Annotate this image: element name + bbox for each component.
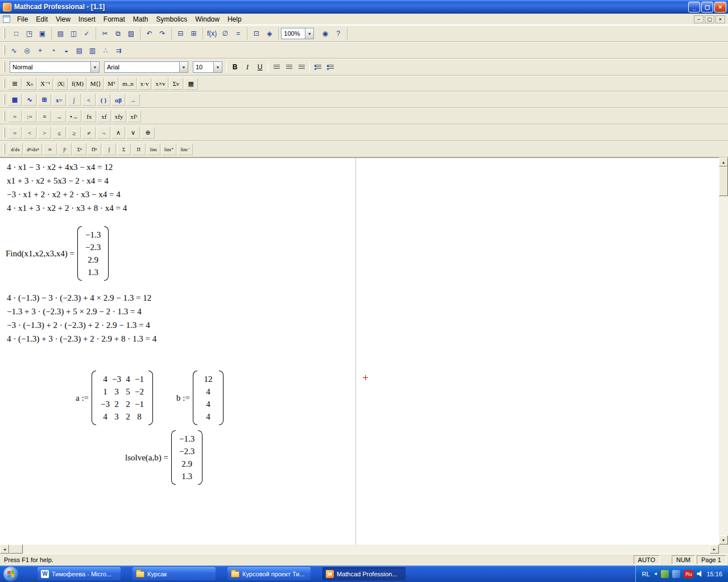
align-left-button[interactable]	[270, 61, 283, 73]
equation-region[interactable]: −1.3 + 3 · (−2.3) + 5 × 2.9 − 2 · 1.3 = …	[7, 305, 156, 318]
fx-button[interactable]: fx	[82, 110, 96, 122]
cross-product-button[interactable]: x×v	[152, 78, 168, 90]
polar-plot-button[interactable]: ◔	[47, 44, 60, 57]
dot-product-button[interactable]: x·v	[138, 78, 152, 90]
volume-icon[interactable]	[697, 571, 703, 577]
global-assign-button[interactable]: ≡	[38, 110, 51, 122]
equation-region[interactable]: 4 · (−1.3) + 3 · (−2.3) + 2 · 2.9 + 8 · …	[7, 332, 156, 346]
equation-region[interactable]: x1 + 3 · x2 + 5x3 − 2 · x4 = 4	[7, 174, 127, 188]
symbolic-toolbar-button[interactable]: →	[126, 94, 140, 106]
font-combobox[interactable]: Arial ▼	[104, 61, 188, 73]
limit-left-button[interactable]: lim⁻	[177, 143, 193, 155]
inverse-button[interactable]: X⁻¹	[38, 78, 53, 90]
3d-scatter-plot-button[interactable]: ∴	[99, 44, 112, 57]
separate-regions-button[interactable]: ⊞	[187, 27, 200, 40]
toolbar-grip[interactable]	[3, 62, 5, 72]
toolbar-grip[interactable]	[3, 28, 5, 39]
zoom-combobox[interactable]: 100% ▼	[281, 28, 314, 39]
bool-equals-button[interactable]: =	[8, 127, 22, 139]
mdi-minimize-button[interactable]: ‒	[694, 15, 704, 23]
evaluation-toolbar-button[interactable]: x=	[52, 94, 66, 106]
matrix-column-button[interactable]: M⟨⟩	[88, 78, 104, 90]
calculus-toolbar-button[interactable]: ∫	[67, 94, 81, 106]
menu-item[interactable]: Symbolics	[152, 14, 192, 24]
limit-right-button[interactable]: lim⁺	[162, 143, 177, 155]
close-button[interactable]: ×	[714, 2, 726, 13]
font-size-combobox[interactable]: 10 ▼	[193, 61, 222, 73]
toolbar-grip[interactable]	[3, 144, 5, 155]
bullet-list-button[interactable]	[312, 61, 324, 73]
horizontal-scrollbar[interactable]: ◄ ►	[0, 544, 719, 554]
xfy-button[interactable]: xfy	[112, 110, 126, 122]
style-combobox[interactable]: Normal ▼	[10, 61, 100, 73]
italic-button[interactable]: I	[241, 61, 254, 73]
scroll-left-button[interactable]: ◄	[0, 544, 9, 554]
iterated-product-button[interactable]: Πⁿ	[88, 143, 101, 155]
vectorize-button[interactable]: f(M)	[69, 78, 86, 90]
xy-plot-button[interactable]: ∿	[7, 44, 20, 57]
numbered-list-button[interactable]	[324, 61, 337, 73]
chevron-down-icon[interactable]: ▼	[213, 62, 222, 72]
vector-sum-button[interactable]: Σv	[169, 78, 183, 90]
cut-button[interactable]: ✂	[98, 27, 111, 40]
bold-button[interactable]: B	[229, 61, 241, 73]
chevron-down-icon[interactable]: ▼	[179, 62, 188, 72]
redo-button[interactable]: ↷	[156, 27, 169, 40]
print-button[interactable]: ▤	[54, 27, 67, 40]
trace-plot-button[interactable]: +	[34, 44, 47, 57]
vertical-scrollbar-thumb[interactable]	[719, 167, 728, 196]
assign-button[interactable]: :=	[23, 110, 36, 122]
matrix-toolbar-button[interactable]: ⊞	[38, 94, 51, 106]
matrix-a-region[interactable]: a := 4−34−1 135−2 −322−1	[76, 371, 153, 425]
equation-region[interactable]: 4 · (−1.3) − 3 · (−2.3) + 4 × 2.9 − 1.3 …	[7, 291, 156, 305]
evaluate-numerically-button[interactable]: =	[8, 110, 22, 122]
scroll-down-button[interactable]: ▼	[719, 535, 728, 544]
save-button[interactable]: ▣	[36, 27, 49, 40]
subscript-button[interactable]: Xₙ	[23, 78, 36, 90]
greater-equal-button[interactable]: ≥	[67, 127, 81, 139]
menu-item[interactable]: Format	[100, 14, 129, 24]
picture-button[interactable]: ▦	[184, 78, 198, 90]
menu-item[interactable]: Math	[129, 14, 152, 24]
boolean-toolbar-button[interactable]: <	[82, 94, 96, 106]
not-button[interactable]: ¬	[97, 127, 110, 139]
calculator-toolbar-button[interactable]: ▦	[8, 94, 22, 106]
toolbar-grip[interactable]	[3, 128, 5, 138]
transpose-button[interactable]: Mᵀ	[105, 78, 118, 90]
tray-icon-1[interactable]	[661, 570, 669, 578]
menu-item[interactable]: Insert	[75, 14, 100, 24]
start-button[interactable]	[3, 567, 18, 581]
menu-item[interactable]: Edit	[32, 14, 52, 24]
paste-button[interactable]: ▨	[125, 27, 138, 40]
align-right-button[interactable]	[295, 61, 308, 73]
chevron-down-icon[interactable]: ▼	[305, 28, 313, 39]
scroll-right-button[interactable]: ►	[710, 544, 719, 554]
or-button[interactable]: ∨	[126, 127, 140, 139]
new-button[interactable]: □	[10, 27, 23, 40]
menu-item[interactable]: Window	[191, 14, 224, 24]
lsolve-region[interactable]: lsolve(a,b) = −1.3−2.32.91.3	[125, 430, 202, 485]
toolbar-grip[interactable]	[3, 95, 5, 105]
xfy-super-button[interactable]: xfʸ	[127, 110, 141, 122]
toolbar-grip[interactable]	[3, 79, 5, 89]
chevron-down-icon[interactable]: ▼	[90, 62, 99, 72]
restore-button[interactable]: ▢	[701, 2, 713, 13]
symbolic-eval-button[interactable]: →	[52, 110, 66, 122]
infinity-button[interactable]: ∞	[43, 143, 57, 155]
horizontal-scrollbar-thumb[interactable]	[9, 544, 23, 554]
not-equal-button[interactable]: ≠	[82, 127, 96, 139]
zoom-plot-button[interactable]: ◎	[20, 44, 34, 57]
taskbar-button-folder-kursak[interactable]: Курсак	[133, 567, 216, 580]
vector-field-plot-button[interactable]: ⇉	[112, 44, 125, 57]
undo-button[interactable]: ↶	[143, 27, 156, 40]
symbolic-keyword-eval-button[interactable]: •→	[67, 110, 81, 122]
menu-item[interactable]: Help	[224, 14, 246, 24]
3d-bar-plot-button[interactable]: ▥	[86, 44, 99, 57]
print-preview-button[interactable]: ◫	[67, 27, 80, 40]
insert-component-button[interactable]: ⊡	[250, 27, 263, 40]
range-product-button[interactable]: Π	[132, 143, 146, 155]
greek-toolbar-button[interactable]: αβ	[111, 94, 125, 106]
worksheet[interactable]: 4 · x1 − 3 · x2 + 4x3 − x4 = 12x1 + 3 · …	[0, 157, 719, 544]
equation-region[interactable]: −3 · (−1.3) + 2 · (−2.3) + 2 · 2.9 − 1.3…	[7, 318, 156, 332]
equation-region[interactable]: −3 · x1 + 2 · x2 + 2 · x3 − x4 = 4	[7, 188, 127, 201]
